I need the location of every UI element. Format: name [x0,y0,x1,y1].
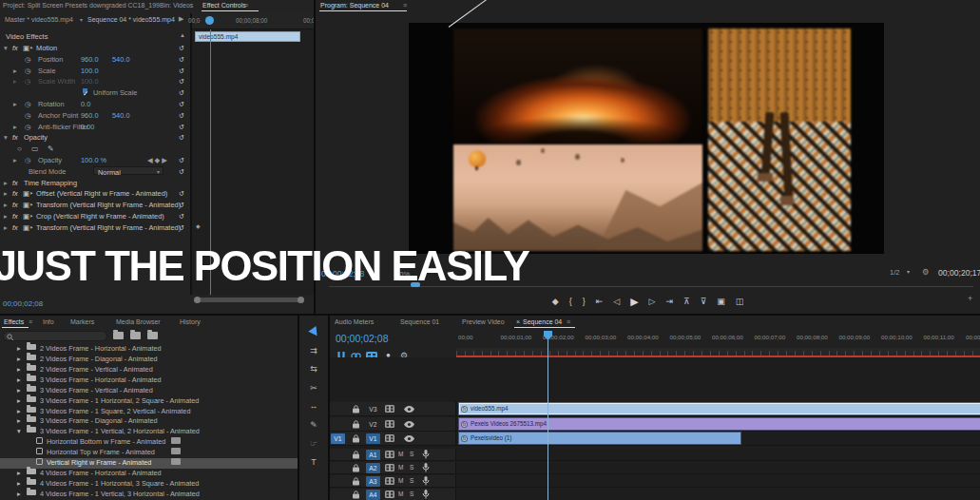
solo-track-button[interactable]: S [410,477,413,484]
effects-bin-2-videos-frame-vertical-animated[interactable]: ▸2 Videos Frame - Vertical - Animated [0,365,298,375]
tab-history[interactable]: History [180,318,201,325]
slip[interactable]: ↔ [299,399,328,414]
stopwatch-icon[interactable]: ◷ [25,76,30,87]
expander-icon[interactable]: ▸ [17,479,21,490]
extract-button[interactable]: ⊽ [701,293,707,310]
tab-program[interactable]: Program: Sequence 04 [320,2,389,9]
lock-icon[interactable] [353,477,360,486]
expander-icon[interactable]: ▸ [4,200,8,211]
microphone-icon[interactable] [422,476,430,486]
effects-preset-horizontal-bottom-w-frame-animated[interactable]: Horizontal Bottom w Frame - Animated [0,437,298,448]
track-name-a4[interactable]: A4 [366,490,380,500]
stopwatch-icon[interactable]: ◷ [25,110,30,122]
microphone-icon[interactable] [422,490,430,499]
expander-icon[interactable]: ▸ [13,66,17,77]
zoom-scrollbar-handle-left[interactable] [194,297,201,303]
step-forward-button[interactable]: ▷ [649,293,656,310]
reset-effect-icon[interactable]: ↺ [179,222,184,234]
mini-playhead-handle[interactable] [205,16,214,25]
add-marker-button[interactable]: ◆ [552,293,559,310]
expander-icon[interactable]: ▸ [17,469,21,479]
collapse-section-icon[interactable]: ▲ [180,32,185,38]
effects-bin-2-videos-frame-diagonal-animated[interactable]: ▸2 Videos Frame - Diagonal - Animated [0,355,298,365]
stopwatch-icon[interactable]: ◷ [25,54,30,66]
effects-bin-3-videos-frame-diagonal-animated[interactable]: ▸3 Videos Frame - Diagonal - Animated [0,416,298,427]
expander-icon[interactable]: ▸ [13,155,17,166]
master-clip-label[interactable]: Master * video555.mp4 [5,16,73,23]
lock-icon[interactable] [353,490,360,499]
effects-bin-3-videos-frame-1-vertical-2-horizontal-a[interactable]: ▾3 Videos Frame - 1 Vertical, 2 Horizont… [0,427,298,437]
stopwatch-icon[interactable]: ◷ [25,99,30,110]
track-name-v1[interactable]: V1 [366,433,380,444]
tab-sequence-01[interactable]: Sequence 01 [400,318,439,325]
stopwatch-icon[interactable]: ◷ [25,66,30,77]
type[interactable]: T [299,455,328,471]
lock-icon[interactable] [353,434,360,443]
pen-mask-icon[interactable]: ✎ [48,144,54,155]
mute-track-button[interactable]: M [398,451,403,457]
property-value[interactable]: 100.0 [81,66,99,77]
tab-sequence-04[interactable]: Sequence 04 [523,318,562,325]
reset-property-icon[interactable]: ↺ [179,76,184,87]
property-value[interactable]: 960.0 [81,54,99,66]
expander-icon[interactable]: ▾ [4,43,8,54]
property-value[interactable]: 100.0 [81,76,99,87]
tab-project-split-screen-pre[interactable]: Project: Split Screen Presets downgraded… [3,2,160,9]
lock-icon[interactable] [353,464,360,472]
effects-preset-vertical-right-w-frame-animated[interactable]: Vertical Right w Frame - Animated [0,458,298,469]
property-value[interactable]: 540.0 [112,110,130,122]
expander-icon[interactable]: ▸ [4,178,8,189]
effects-bin-4-videos-frame-1-horizontal-3-square-ani[interactable]: ▸4 Videos Frame - 1 Horizontal, 3 Square… [0,479,298,490]
sequence-clip-label[interactable]: Sequence 04 * video555.mp4 [87,16,175,23]
blend-mode-select[interactable]: Normal▾ [93,166,163,175]
expander-icon[interactable]: ▸ [17,375,21,386]
sync-lock-icon[interactable] [385,490,394,498]
effects-bin-3-videos-frame-horizontal-animated[interactable]: ▸3 Videos Frame - Horizontal - Animated [0,375,298,386]
reset-effect-icon[interactable]: ↺ [179,132,184,144]
stopwatch-icon[interactable]: ◷ [25,155,30,166]
eye-icon[interactable] [404,435,414,442]
close-tab-icon[interactable]: × [516,318,520,325]
reset-property-icon[interactable]: ↺ [179,87,184,99]
track-name-v2[interactable]: V2 [366,419,380,430]
panel-menu-icon[interactable]: ≡ [403,2,406,9]
reset-effect-icon[interactable]: ↺ [179,188,184,200]
mark-out-button[interactable]: } [583,293,586,310]
sync-lock-icon[interactable] [385,451,394,458]
reset-property-icon[interactable]: ↺ [179,54,184,66]
expander-icon[interactable]: ▸ [4,222,8,234]
effects-bin-3-videos-frame-1-square-2-vertical-anima[interactable]: ▸3 Videos Frame - 1 Square, 2 Vertical -… [0,407,298,417]
lift-button[interactable]: ⊼ [683,293,690,310]
go-to-out-button[interactable]: ⇥ [666,293,674,310]
source-patch-v1[interactable]: V1 [331,433,345,444]
microphone-icon[interactable] [422,450,430,459]
solo-track-button[interactable]: S [410,464,413,471]
ellipse-mask-icon[interactable]: ○ [17,144,22,155]
expander-icon[interactable]: ▸ [13,76,17,87]
mute-track-button[interactable]: M [398,477,403,484]
mark-in-button[interactable]: { [569,293,572,310]
panel-menu-icon[interactable]: ≡ [29,318,31,325]
selection-tool[interactable] [299,325,328,340]
export-frame-button[interactable]: ▣ [717,293,725,310]
keyframe-nav-icons[interactable]: ◀◆▶ [147,155,169,166]
timeline-timecode[interactable]: 00;00;02;08 [336,333,388,344]
new-bin-icon[interactable] [147,332,158,339]
clip-video555-mp4[interactable]: video555.mp4fx [458,402,980,415]
new-custom-bin-icon[interactable] [113,332,124,339]
rectangle-mask-icon[interactable]: ▭ [31,144,39,155]
ripple-edit[interactable]: ⇆ [299,362,328,377]
mute-track-button[interactable]: M [398,464,403,471]
expander-icon[interactable]: ▾ [17,427,21,437]
effects-preset-horizontal-top-w-frame-animated[interactable]: Horizontal Top w Frame - Animated [0,448,298,458]
reset-effect-icon[interactable]: ↺ [179,200,184,211]
reset-property-icon[interactable]: ↺ [179,99,184,110]
track-name-a3[interactable]: A3 [366,476,380,487]
reset-property-icon[interactable]: ↺ [179,166,184,178]
effects-bin-3-videos-frame-vertical-animated[interactable]: ▸3 Videos Frame - Vertical - Animated [0,386,298,396]
property-value[interactable]: 0.00 [81,122,94,133]
expander-icon[interactable]: ▸ [4,211,8,222]
tab-effects[interactable]: Effects [4,318,24,325]
expander-icon[interactable]: ▸ [17,407,21,417]
property-value[interactable]: 960.0 [81,110,99,122]
